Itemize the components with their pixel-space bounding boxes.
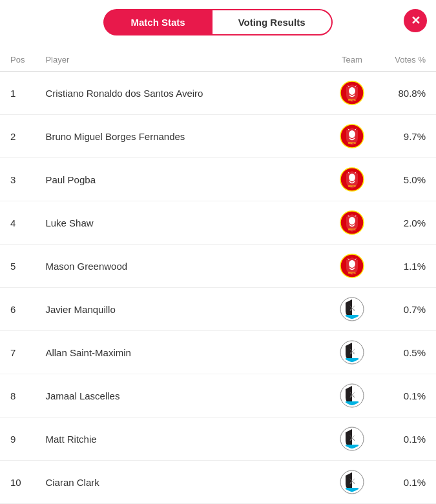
table-row: 5 Mason Greenwood MUFC 1.1% (0, 245, 436, 288)
page-wrapper: ✕ Match Stats Voting Results Pos Player … (0, 0, 436, 504)
cell-votes: 9.7% (378, 115, 436, 158)
cell-team: ⚔ (326, 374, 378, 418)
col-header-pos: Pos (0, 48, 35, 72)
svg-text:⚔: ⚔ (349, 304, 356, 313)
cell-team: MUFC (326, 201, 378, 245)
col-header-player: Player (35, 48, 326, 72)
cell-team: ⚔ (326, 288, 378, 331)
cell-player: Luke Shaw (35, 201, 326, 245)
cell-votes: 0.7% (378, 288, 436, 331)
tab-match-stats[interactable]: Match Stats (103, 9, 211, 35)
cell-votes: 0.1% (378, 418, 436, 461)
table-row: 8 Jamaal Lascelles ⚔ 0.1% (0, 374, 436, 418)
col-header-votes: Votes % (378, 48, 436, 72)
cell-pos: 7 (0, 331, 35, 374)
cell-pos: 5 (0, 245, 35, 288)
cell-player: Ciaran Clark (35, 461, 326, 504)
cell-team: MUFC (326, 158, 378, 201)
svg-text:⚔: ⚔ (349, 347, 356, 356)
tab-bar: Match Stats Voting Results (0, 0, 436, 42)
table-row: 2 Bruno Miguel Borges Fernandes MUFC 9.7… (0, 115, 436, 158)
cell-player: Javier Manquillo (35, 288, 326, 331)
svg-text:MUFC: MUFC (348, 228, 356, 231)
cell-pos: 2 (0, 115, 35, 158)
cell-player: Jamaal Lascelles (35, 374, 326, 418)
cell-player: Matt Ritchie (35, 418, 326, 461)
cell-votes: 5.0% (378, 158, 436, 201)
svg-text:⚔: ⚔ (349, 434, 356, 443)
svg-point-11 (349, 174, 355, 181)
table-row: 4 Luke Shaw MUFC 2.0% (0, 201, 436, 245)
table-row: 1 Cristiano Ronaldo dos Santos Aveiro MU… (0, 72, 436, 115)
cell-player: Allan Saint-Maximin (35, 331, 326, 374)
cell-pos: 3 (0, 158, 35, 201)
svg-text:MUFC: MUFC (348, 141, 356, 145)
cell-team: ⚔ (326, 331, 378, 374)
close-icon: ✕ (411, 14, 420, 28)
cell-team: ⚔ (326, 461, 378, 504)
cell-player: Bruno Miguel Borges Fernandes (35, 115, 326, 158)
svg-text:MUFC: MUFC (348, 98, 356, 101)
cell-pos: 8 (0, 374, 35, 418)
table-row: 10 Ciaran Clark ⚔ 0.1% (0, 461, 436, 504)
cell-votes: 80.8% (378, 72, 436, 115)
cell-player: Mason Greenwood (35, 245, 326, 288)
svg-point-21 (349, 260, 355, 268)
svg-point-1 (349, 87, 355, 95)
cell-player: Paul Pogba (35, 158, 326, 201)
svg-text:MUFC: MUFC (348, 185, 356, 188)
svg-text:⚔: ⚔ (349, 390, 356, 399)
table-row: 9 Matt Ritchie ⚔ 0.1% (0, 418, 436, 461)
svg-text:MUFC: MUFC (348, 271, 356, 274)
cell-votes: 0.1% (378, 374, 436, 418)
cell-pos: 6 (0, 288, 35, 331)
svg-text:⚔: ⚔ (349, 477, 356, 486)
col-header-team: Team (326, 48, 378, 72)
table-row: 6 Javier Manquillo ⚔ 0.7% (0, 288, 436, 331)
cell-votes: 0.5% (378, 331, 436, 374)
cell-votes: 2.0% (378, 201, 436, 245)
svg-point-6 (349, 130, 355, 138)
cell-votes: 1.1% (378, 245, 436, 288)
cell-pos: 1 (0, 72, 35, 115)
cell-pos: 10 (0, 461, 35, 504)
close-button[interactable]: ✕ (404, 9, 427, 32)
cell-pos: 4 (0, 201, 35, 245)
tab-voting-results[interactable]: Voting Results (212, 9, 333, 35)
table-row: 7 Allan Saint-Maximin ⚔ 0.5% (0, 331, 436, 374)
table-header-row: Pos Player Team Votes % (0, 48, 436, 72)
svg-point-16 (349, 217, 355, 225)
results-table: Pos Player Team Votes % 1 Cristiano Rona… (0, 48, 436, 504)
cell-pos: 9 (0, 418, 35, 461)
cell-team: MUFC (326, 72, 378, 115)
table-row: 3 Paul Pogba MUFC 5.0% (0, 158, 436, 201)
cell-votes: 0.1% (378, 461, 436, 504)
cell-team: ⚔ (326, 418, 378, 461)
cell-team: MUFC (326, 115, 378, 158)
cell-team: MUFC (326, 245, 378, 288)
cell-player: Cristiano Ronaldo dos Santos Aveiro (35, 72, 326, 115)
